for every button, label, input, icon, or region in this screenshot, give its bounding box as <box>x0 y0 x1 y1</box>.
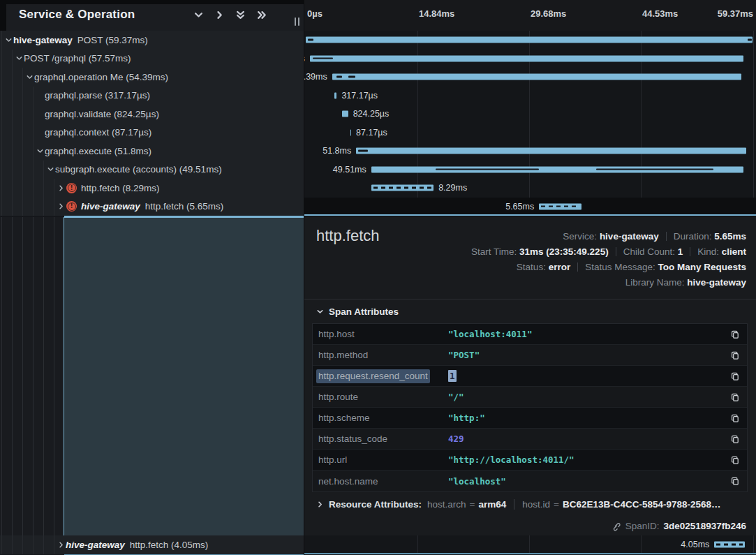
meta-separator <box>616 247 616 256</box>
chevron-down-toggle[interactable] <box>35 147 45 155</box>
meta-label: Duration: <box>674 231 715 242</box>
chevron-down-toggle[interactable] <box>3 36 13 44</box>
span-label: graphql.operation Me (54.39ms) <box>34 72 168 82</box>
timeline-row[interactable]: 317.17µs <box>304 87 756 105</box>
span-tree-row[interactable]: hive-gatewayhttp.fetch (5.65ms) <box>0 198 304 216</box>
timeline-row[interactable]: 824.25µs <box>304 105 756 124</box>
chevron-down-toggle[interactable] <box>45 165 55 173</box>
copy-button[interactable] <box>729 434 741 445</box>
span-tree-row[interactable]: graphql.operation Me (54.39ms) <box>0 68 304 87</box>
meta-separator <box>690 247 690 256</box>
span-label: graphql.validate (824.25µs) <box>45 109 159 119</box>
chevron-down-icon <box>5 36 13 44</box>
copy-button[interactable] <box>729 413 741 424</box>
timeline-row[interactable]: 8.29ms <box>304 179 756 198</box>
duration-label: 824.25µs <box>353 109 390 119</box>
span-tree-row[interactable]: graphql.parse (317.17µs) <box>0 87 304 105</box>
self-time-segment <box>308 39 313 41</box>
chevron-down-toggle[interactable] <box>24 73 34 81</box>
span-bar[interactable] <box>356 148 746 154</box>
attribute-value: 1 <box>448 371 457 381</box>
chevron-down-toggle[interactable] <box>14 54 24 62</box>
copy-button[interactable] <box>729 475 741 487</box>
attribute-row: http.status_code429 <box>313 429 747 450</box>
meta-label: Kind: <box>697 246 722 257</box>
chevron-right-icon <box>57 202 65 210</box>
duration-label: 317.17µs <box>341 91 378 101</box>
copy-icon <box>730 476 740 486</box>
span-tree-row[interactable]: graphql.context (87.17µs) <box>0 124 304 142</box>
chevron-right-toggle[interactable] <box>56 202 66 210</box>
span-tree-row[interactable]: POST /graphql (57.57ms) <box>0 50 304 68</box>
span-tree-row[interactable]: hive-gatewayPOST (59.37ms) <box>0 31 304 50</box>
timeline-row[interactable]: 4.05ms <box>304 535 756 554</box>
timeline-panel: 0µs14.84ms29.68ms44.53ms59.37ms 57.57ms5… <box>304 0 756 555</box>
copy-icon <box>730 350 740 360</box>
section-divider <box>304 299 756 299</box>
chevron-right-icon <box>57 184 65 192</box>
meta-separator <box>577 262 578 272</box>
meta-line: Status: errorStatus Message: Too Many Re… <box>471 260 746 275</box>
chevrons-right-icon <box>256 10 267 20</box>
duration-label: 57.57ms <box>304 54 305 64</box>
span-bar[interactable] <box>310 55 743 61</box>
span-bar[interactable] <box>334 92 336 98</box>
timeline-row[interactable]: 87.17µs <box>304 124 756 142</box>
copy-button[interactable] <box>729 350 741 361</box>
attribute-value: "/" <box>448 392 464 402</box>
timeline-row[interactable]: 57.57ms <box>304 50 756 68</box>
span-attributes-table: http.host"localhost:4011"http.method"POS… <box>312 323 748 492</box>
timeline-row[interactable] <box>304 31 756 50</box>
attribute-key: http.request.resend_count <box>318 371 448 381</box>
timeline-row[interactable]: 54.39ms <box>304 68 756 87</box>
duration-label: 5.65ms <box>505 202 534 212</box>
copy-button[interactable] <box>729 392 741 403</box>
span-bar[interactable] <box>539 203 581 209</box>
resource-attributes-row[interactable]: Resource Attributes:host.arch=arm64host.… <box>316 499 746 510</box>
span-tree-row[interactable]: subgraph.execute (accounts) (49.51ms) <box>0 161 304 179</box>
self-time-segment <box>596 168 713 170</box>
span-bar[interactable] <box>371 166 744 172</box>
chevron-right-toggle[interactable] <box>56 541 66 549</box>
span-attributes-toggle[interactable]: Span Attributes <box>316 306 399 317</box>
link-icon[interactable] <box>612 521 621 531</box>
timeline-row[interactable]: 51.8ms <box>304 142 756 161</box>
chevrons-right-button[interactable] <box>255 9 267 21</box>
copy-button[interactable] <box>729 371 741 382</box>
link-icon <box>612 521 621 531</box>
span-tree-row[interactable]: graphql.execute (51.8ms) <box>0 142 304 161</box>
timeline-row[interactable]: 49.51ms <box>304 161 756 179</box>
span-tree-row[interactable]: http.fetch (8.29ms) <box>0 179 304 198</box>
span-tree-row[interactable]: graphql.validate (824.25µs) <box>0 105 304 124</box>
copy-button[interactable] <box>729 454 741 466</box>
span-bar[interactable] <box>332 74 741 80</box>
span-bar[interactable] <box>342 111 348 117</box>
span-bar[interactable] <box>306 37 753 43</box>
self-time-segment <box>436 168 539 170</box>
panel-resize-handle[interactable] <box>295 17 299 26</box>
chevron-down-icon <box>316 308 324 316</box>
span-bar[interactable] <box>350 129 352 135</box>
attribute-value: "http://localhost:4011/" <box>448 454 575 465</box>
header-left-strip <box>0 0 6 31</box>
chevron-down-button[interactable] <box>193 9 205 21</box>
span-label: hive-gatewayPOST (59.37ms) <box>13 35 148 45</box>
copy-icon <box>730 371 740 381</box>
meta-line: Start Time: 31ms (23:35:49.225)Child Cou… <box>471 244 746 260</box>
chevrons-down-button[interactable] <box>235 9 246 21</box>
service-name: hive-gateway <box>81 201 140 212</box>
span-bar[interactable] <box>371 185 433 191</box>
resource-key: host.id <box>522 499 550 510</box>
copy-button[interactable] <box>729 329 741 340</box>
attribute-value: "POST" <box>448 350 480 360</box>
chevron-right-toggle[interactable] <box>56 184 66 192</box>
span-tree-row[interactable]: hive-gatewayhttp.fetch (4.05ms) <box>0 535 304 554</box>
span-bar[interactable] <box>714 542 745 548</box>
chevron-right-button[interactable] <box>214 9 225 21</box>
span-label: hive-gatewayhttp.fetch (4.05ms) <box>66 540 208 550</box>
attribute-value: 429 <box>448 434 464 444</box>
span-label: graphql.execute (51.8ms) <box>45 146 151 156</box>
equals-sign: = <box>470 499 475 510</box>
timeline-row[interactable]: 5.65ms <box>304 198 756 216</box>
meta-line: Library Name: hive-gateway <box>471 275 746 290</box>
